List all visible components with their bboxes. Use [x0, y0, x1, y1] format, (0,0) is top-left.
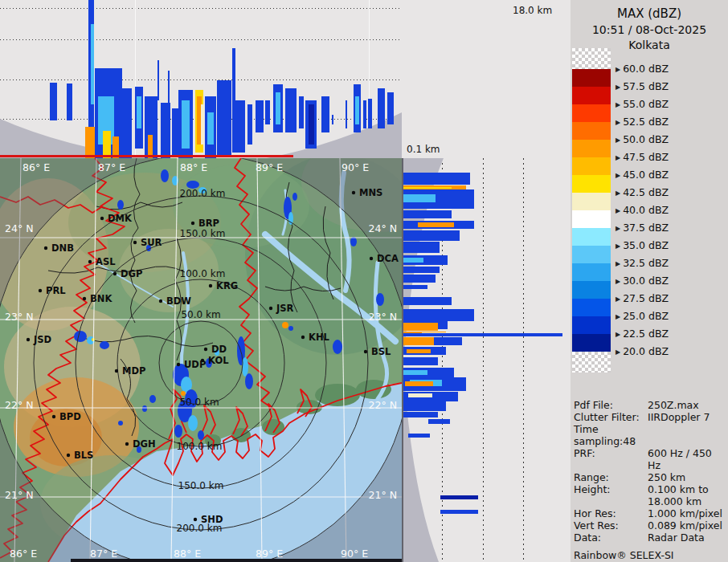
city-dot — [44, 246, 47, 250]
height-axis-area: 18.0 km 0.1 km — [402, 0, 571, 158]
scale-tick-label: ▶25.0 dBZ — [616, 310, 669, 322]
ew-profile-panel[interactable] — [0, 0, 402, 158]
scale-cell — [572, 87, 611, 104]
scale-cell — [572, 157, 611, 175]
meta-value: 1.000 km/pixel — [648, 507, 722, 519]
scale-tick-label: ▶35.0 dBZ — [616, 239, 669, 251]
echo-bar — [247, 104, 252, 145]
ring-label: 50.0 km — [179, 397, 219, 408]
product-metadata: Pdf File:250Z.maxClutter Filter:IIRDoppl… — [574, 399, 726, 561]
city-label: DGP — [121, 268, 142, 279]
city-dot — [52, 415, 55, 418]
echo-bar — [403, 337, 434, 345]
echo-bar — [321, 96, 329, 132]
scale-cell — [572, 122, 611, 140]
city-dot — [301, 336, 305, 339]
scale-cell — [572, 316, 611, 334]
echo-bar — [440, 495, 478, 499]
echo-bar — [405, 381, 433, 386]
city-label: KRG — [216, 280, 238, 291]
ns-echo-bars — [402, 158, 571, 562]
scale-tick-label: ▶40.0 dBZ — [616, 204, 669, 216]
city-dot — [177, 363, 180, 366]
echo-bar — [378, 88, 385, 128]
echo-bar — [418, 222, 454, 227]
scale-tick-label: ▶45.0 dBZ — [616, 169, 669, 181]
scale-cell — [572, 263, 611, 281]
echo-bar — [368, 99, 372, 128]
city-dot — [209, 284, 212, 287]
lon-label: 88° E — [174, 548, 201, 560]
radar-echo — [282, 322, 288, 328]
meta-row: Hor Res:1.000 km/pixel — [574, 507, 726, 519]
scale-tick-label: ▶47.5 dBZ — [616, 151, 669, 163]
ew-echo-bars — [0, 0, 402, 158]
meta-row: PRF:600 Hz / 450 Hz — [574, 447, 726, 471]
radar-echo — [188, 415, 198, 431]
city-label: JSR — [276, 303, 294, 314]
echo-bar — [440, 510, 478, 514]
meta-row: Time sampling:48 — [574, 423, 726, 447]
echo-bar — [182, 100, 190, 149]
echo-bar — [217, 80, 231, 157]
city-label: DGH — [133, 438, 156, 450]
echo-bar — [346, 100, 347, 128]
legend-title: MAX (dBZ) 10:51 / 08-Oct-2025 Kolkata — [571, 6, 728, 51]
echo-bar — [403, 194, 436, 202]
city-dot — [159, 299, 162, 303]
radar-echo — [350, 237, 357, 246]
product-title: MAX (dBZ) — [571, 6, 728, 21]
scale-cell-nodata — [572, 48, 611, 69]
city-dot — [88, 260, 92, 263]
echo-bar — [403, 412, 438, 417]
echo-bar — [168, 71, 170, 104]
city-label: BLS — [74, 450, 93, 461]
map-panel[interactable]: 86° E87° E88° E89° E90° E86° E87° E88° E… — [0, 158, 402, 562]
meta-row: Vert Res:0.089 km/pixel — [574, 519, 726, 531]
echo-bar — [50, 83, 57, 120]
ns-profile-panel[interactable] — [402, 158, 571, 562]
echo-bar — [403, 297, 452, 305]
echo-bar — [67, 83, 72, 120]
echo-bar — [235, 100, 245, 153]
echo-bar — [403, 187, 452, 189]
ring-label: 100.0 km — [180, 268, 226, 279]
lon-label: 87° E — [98, 161, 125, 173]
meta-value: Radar Data — [648, 531, 705, 544]
radar-echo — [100, 341, 109, 349]
scale-cell — [572, 69, 611, 87]
meta-row: Clutter Filter:IIRDoppler 7 — [574, 411, 726, 423]
city-label: SUR — [141, 237, 162, 248]
echo-bar — [285, 88, 297, 132]
lat-label: 21° N — [5, 489, 33, 501]
echo-bar — [403, 285, 427, 289]
city-label: MDP — [122, 365, 145, 377]
city-label: BSL — [371, 346, 391, 357]
city-label: MNS — [359, 187, 382, 198]
echo-bar — [403, 267, 440, 273]
meta-row: Range:250 km — [574, 471, 726, 483]
lat-label: 21° N — [369, 489, 397, 501]
meta-label: Vert Res: — [574, 519, 648, 531]
echo-bar — [408, 393, 432, 397]
meta-label: Height: — [574, 483, 648, 507]
scale-cell — [572, 246, 611, 263]
surface-baseline — [0, 155, 293, 157]
map-canvas: 86° E87° E88° E89° E90° E86° E87° E88° E… — [0, 158, 402, 562]
scale-tick-label: ▶57.5 dBZ — [616, 80, 669, 92]
scale-cell — [572, 193, 611, 210]
city-dot — [83, 297, 86, 300]
city-label: BDW — [166, 295, 191, 307]
radar-echo — [149, 395, 156, 403]
echo-bar — [256, 100, 264, 132]
lon-label: 87° E — [90, 548, 117, 560]
scale-tick-label: ▶55.0 dBZ — [616, 98, 669, 110]
scale-cell — [572, 299, 611, 316]
meta-row: Height:0.100 km to 18.000 km — [574, 483, 726, 507]
radar-echo — [288, 326, 293, 331]
meta-label: Clutter Filter: — [574, 411, 648, 423]
radar-echo — [198, 430, 204, 440]
echo-bar — [137, 96, 141, 128]
meta-value: 0.089 km/pixel — [648, 519, 722, 531]
scale-tick-label: ▶52.5 dBZ — [616, 116, 669, 128]
